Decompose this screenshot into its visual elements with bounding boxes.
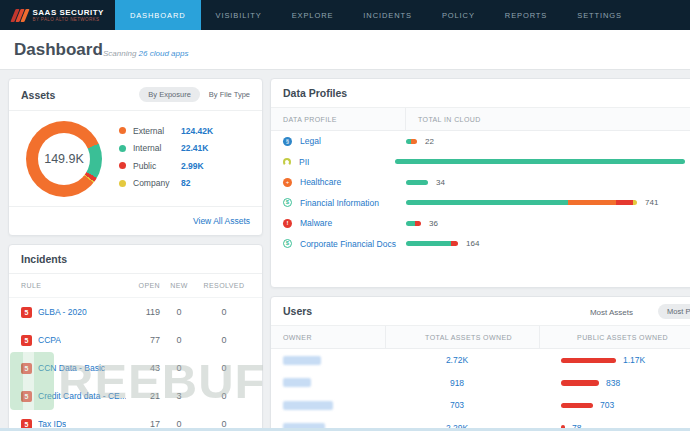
profile-bar — [406, 200, 637, 205]
dollar-icon: $ — [283, 239, 292, 248]
public-assets-value[interactable]: 838 — [606, 378, 620, 388]
legend-company: Company 82 — [119, 175, 213, 193]
most-assets-toggle[interactable]: Most Assets — [590, 308, 633, 317]
profile-link[interactable]: Malware — [300, 218, 332, 228]
profile-bar — [395, 159, 685, 164]
severity-badge: 5 — [21, 335, 32, 346]
internal-dot-icon — [119, 145, 126, 152]
scanning-status: Scanning 26 cloud apps — [103, 49, 188, 58]
legend-external: External 124.42K — [119, 122, 213, 140]
assets-total: 149.9K — [44, 152, 84, 166]
profile-bar — [406, 241, 458, 246]
healthcare-icon: + — [283, 178, 292, 187]
incident-row: 5GLBA - 2020 119 0 0 — [9, 298, 262, 326]
public-assets-value[interactable]: 1.17K — [623, 355, 645, 365]
profile-bar — [406, 139, 417, 144]
profile-link[interactable]: PII — [299, 157, 309, 167]
saas-security-dashboard: SAAS SECURITY BY PALO ALTO NETWORKS DASH… — [0, 0, 690, 431]
rule-link[interactable]: CCPA — [38, 335, 61, 345]
data-profiles-title: Data Profiles — [283, 87, 347, 99]
profile-bar — [406, 221, 421, 226]
assets-title: Assets — [21, 89, 55, 101]
owner-name-redacted[interactable] — [283, 378, 311, 387]
cloud-apps-link[interactable]: 26 cloud apps — [139, 49, 189, 58]
data-profile-row: $Corporate Financial Docs 164 — [271, 234, 690, 255]
tab-dashboard[interactable]: DASHBOARD — [115, 0, 201, 30]
profile-link[interactable]: Corporate Financial Docs — [300, 239, 396, 249]
data-profile-row: +Healthcare 34 — [271, 172, 690, 193]
profile-link[interactable]: Legal — [300, 136, 321, 146]
data-profiles-card: Data Profiles DATA PROFILE TOTAL IN CLOU… — [270, 78, 690, 288]
page-title: Dashboard — [14, 40, 103, 60]
nav-tabs: DASHBOARD VISIBILITY EXPLORE INCIDENTS P… — [115, 0, 637, 30]
total-assets-value[interactable]: 2.72K — [386, 355, 528, 365]
incident-row: 5CCPA 77 0 0 — [9, 326, 262, 354]
tab-policy[interactable]: POLICY — [427, 0, 490, 30]
owner-name-redacted[interactable] — [283, 401, 333, 410]
external-dot-icon — [119, 127, 126, 134]
public-assets-bar — [561, 380, 599, 386]
logo-title: SAAS SECURITY — [33, 8, 104, 17]
total-assets-value[interactable]: 703 — [386, 400, 528, 410]
rule-link[interactable]: Credit Card data - CE... — [38, 391, 126, 401]
public-assets-bar — [561, 403, 593, 409]
owner-name-redacted[interactable] — [283, 356, 321, 365]
tab-reports[interactable]: REPORTS — [490, 0, 562, 30]
legend-public: Public 2.99K — [119, 157, 213, 175]
data-profiles-column-headers: DATA PROFILE TOTAL IN CLOUD — [271, 108, 690, 131]
company-dot-icon — [119, 180, 126, 187]
dollar-icon: $ — [283, 198, 292, 207]
severity-badge: 5 — [21, 391, 32, 402]
incident-row: 5CCN Data - Basic 43 0 0 — [9, 354, 262, 382]
external-value[interactable]: 124.42K — [181, 126, 213, 136]
users-title: Users — [283, 305, 312, 317]
assets-card: Assets By Exposure By File Type 149.9K E… — [8, 78, 263, 236]
by-exposure-toggle[interactable]: By Exposure — [139, 87, 200, 102]
public-assets-value[interactable]: 703 — [600, 400, 614, 410]
profile-link[interactable]: Financial Information — [300, 198, 379, 208]
severity-badge: 5 — [21, 307, 32, 318]
page-header: Dashboard Scanning 26 cloud apps — [0, 30, 690, 70]
by-file-type-toggle[interactable]: By File Type — [209, 90, 250, 99]
legend-internal: Internal 22.41K — [119, 140, 213, 158]
logo-subtitle: BY PALO ALTO NETWORKS — [33, 17, 104, 23]
tab-visibility[interactable]: VISIBILITY — [201, 0, 277, 30]
rule-link[interactable]: GLBA - 2020 — [38, 307, 87, 317]
user-row: 2.72K 1.17K — [271, 349, 690, 372]
malware-bug-icon: ! — [283, 219, 292, 228]
public-dot-icon — [119, 162, 126, 169]
data-profile-row: $Financial Information 741 — [271, 193, 690, 214]
total-assets-value[interactable]: 918 — [386, 378, 528, 388]
profile-link[interactable]: Healthcare — [300, 177, 341, 187]
incidents-title: Incidents — [21, 253, 67, 265]
incidents-column-headers: RULE OPEN NEW RESOLVED — [9, 274, 262, 298]
rule-link[interactable]: CCN Data - Basic — [38, 363, 105, 373]
tab-incidents[interactable]: INCIDENTS — [348, 0, 427, 30]
user-row: 918 838 — [271, 372, 690, 395]
person-arc-icon — [283, 158, 291, 166]
profile-bar — [406, 180, 428, 185]
assets-donut-chart: 149.9K — [26, 121, 102, 197]
data-profile-row: PII — [271, 152, 690, 173]
view-all-assets-link[interactable]: View All Assets — [193, 216, 250, 226]
company-value[interactable]: 82 — [181, 178, 190, 188]
internal-value[interactable]: 22.41K — [181, 143, 208, 153]
users-column-headers: OWNER TOTAL ASSETS OWNED PUBLIC ASSETS O… — [271, 326, 690, 349]
data-profile-row: !Malware 36 — [271, 213, 690, 234]
tab-settings[interactable]: SETTINGS — [562, 0, 637, 30]
incident-row: 5Credit Card data - CE... 21 3 0 — [9, 382, 262, 410]
data-profile-row: §Legal 22 — [271, 131, 690, 152]
top-nav: SAAS SECURITY BY PALO ALTO NETWORKS DASH… — [0, 0, 690, 30]
palo-alto-stripes-icon — [13, 9, 27, 22]
public-value[interactable]: 2.99K — [181, 161, 204, 171]
severity-badge: 5 — [21, 363, 32, 374]
most-public-assets-toggle[interactable]: Most Public Assets — [658, 304, 690, 319]
users-card: Users Most Assets Most Public Assets OWN… — [270, 296, 690, 431]
incidents-card: Incidents RULE OPEN NEW RESOLVED 5GLBA -… — [8, 244, 263, 431]
saas-security-logo: SAAS SECURITY BY PALO ALTO NETWORKS — [0, 0, 115, 30]
scales-icon: § — [283, 137, 292, 146]
public-assets-bar — [561, 358, 616, 364]
user-row: 703 703 — [271, 394, 690, 417]
tab-explore[interactable]: EXPLORE — [277, 0, 349, 30]
assets-legend: External 124.42K Internal 22.41K Public … — [119, 122, 213, 192]
